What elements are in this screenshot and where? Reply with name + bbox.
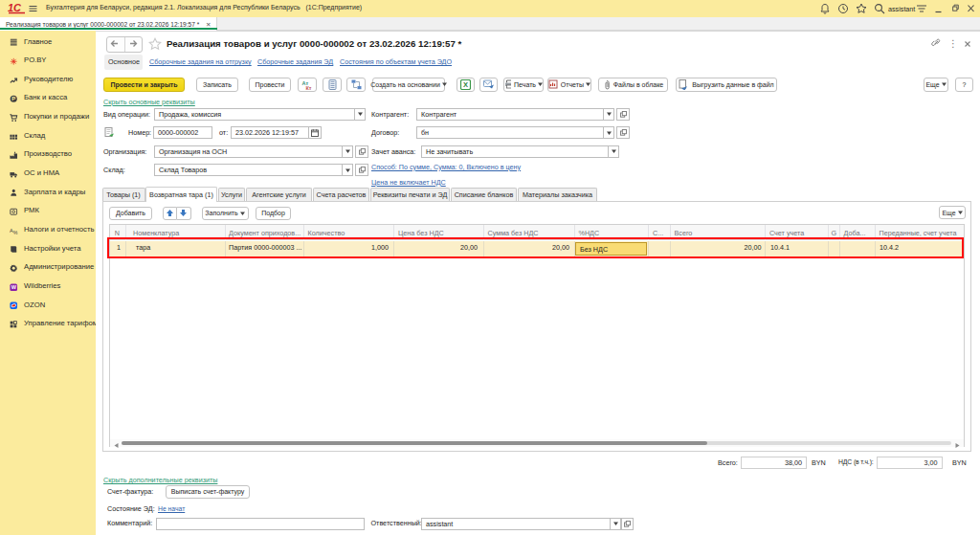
svg-text:Кт: Кт — [306, 84, 312, 90]
svg-text:%: % — [13, 229, 18, 234]
svg-text:1C: 1C — [8, 2, 22, 13]
svg-text:P: P — [11, 97, 15, 102]
svg-text:W: W — [11, 284, 17, 290]
svg-text:X: X — [463, 80, 468, 89]
